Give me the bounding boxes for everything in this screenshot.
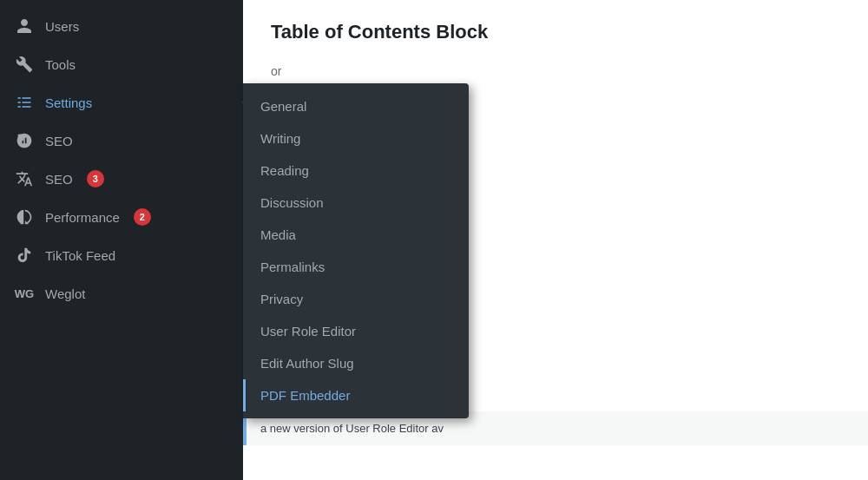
sidebar-item-label-settings: Settings	[45, 95, 92, 110]
sidebar-item-label-tiktok: TikTok Feed	[45, 248, 115, 263]
sidebar-item-performance[interactable]: Performance 2	[0, 198, 243, 236]
sidebar-item-label-users: Users	[45, 19, 79, 34]
users-icon	[14, 16, 35, 36]
sidebar-item-label-seo: SEO	[45, 172, 73, 187]
tiktok-icon	[14, 245, 35, 266]
submenu-item-writing[interactable]: Writing	[243, 122, 469, 155]
submenu-item-pdf-embedder[interactable]: PDF Embedder	[243, 379, 469, 411]
page-title: Table of Contents Block	[271, 21, 840, 43]
section-or-label: or	[271, 64, 840, 78]
sidebar: Users Tools Settings General Writing	[0, 0, 243, 480]
seo-top-icon	[14, 130, 35, 151]
sidebar-item-label-performance: Performance	[45, 210, 120, 225]
sidebar-item-weglot[interactable]: WG Weglot	[0, 274, 243, 312]
performance-icon	[14, 207, 35, 227]
seo-icon	[14, 168, 35, 189]
submenu-item-edit-author-slug[interactable]: Edit Author Slug	[243, 347, 469, 379]
sidebar-item-users[interactable]: Users	[0, 7, 243, 45]
submenu-item-privacy[interactable]: Privacy	[243, 283, 469, 315]
performance-badge: 2	[134, 208, 151, 226]
submenu-item-media[interactable]: Media	[243, 219, 469, 251]
submenu-item-discussion[interactable]: Discussion	[243, 187, 469, 219]
sidebar-item-seo[interactable]: SEO 3	[0, 160, 243, 198]
sidebar-item-label-tools: Tools	[45, 57, 76, 72]
settings-icon	[14, 92, 35, 113]
submenu-item-reading[interactable]: Reading	[243, 155, 469, 187]
tools-icon	[14, 54, 35, 75]
settings-submenu: General Writing Reading Discussion Media…	[243, 83, 469, 418]
sidebar-item-tools[interactable]: Tools	[0, 45, 243, 83]
submenu-item-permalinks[interactable]: Permalinks	[243, 251, 469, 283]
svg-rect-1	[22, 135, 24, 141]
sidebar-item-seo-top[interactable]: SEO	[0, 122, 243, 160]
seo-badge: 3	[87, 170, 104, 187]
weglot-icon: WG	[14, 283, 35, 304]
sidebar-item-label-seo-top: SEO	[45, 134, 73, 148]
submenu-item-user-role-editor[interactable]: User Role Editor	[243, 315, 469, 347]
sidebar-item-settings[interactable]: Settings General Writing Reading Discuss…	[0, 83, 243, 122]
sidebar-item-tiktok[interactable]: TikTok Feed	[0, 236, 243, 274]
submenu-item-general[interactable]: General	[243, 90, 469, 122]
sidebar-item-label-weglot: Weglot	[45, 286, 85, 301]
